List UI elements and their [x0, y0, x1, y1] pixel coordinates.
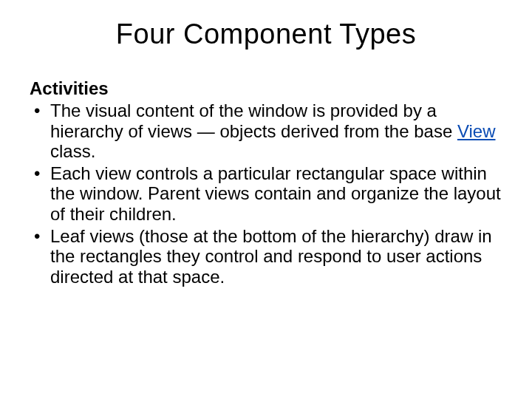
bullet-text-pre: The visual content of the window is prov…: [50, 100, 457, 141]
list-item: Leaf views (those at the bottom of the h…: [30, 226, 502, 287]
bullet-text-post: class.: [50, 141, 95, 161]
content-area: Activities The visual content of the win…: [30, 78, 502, 287]
list-item: Each view controls a particular rectangu…: [30, 163, 502, 225]
slide-title: Four Component Types: [30, 18, 502, 50]
list-item: The visual content of the window is prov…: [30, 100, 502, 162]
view-link[interactable]: View: [457, 121, 496, 141]
slide-container: Four Component Types Activities The visu…: [0, 0, 532, 399]
subheading: Activities: [30, 78, 502, 99]
bullet-list: The visual content of the window is prov…: [30, 100, 502, 287]
